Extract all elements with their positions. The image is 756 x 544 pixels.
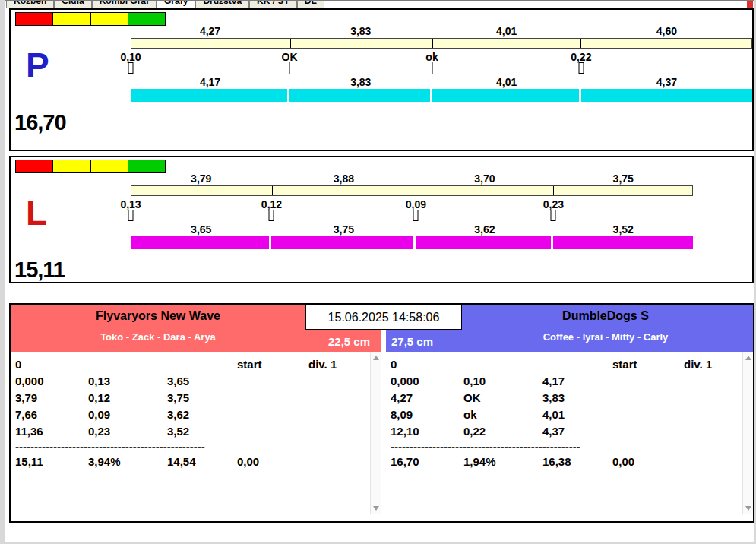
table-cell: 14,54 <box>167 454 237 470</box>
table-data-row: 12,100,224,37 <box>386 423 742 440</box>
table-cell: 0,09 <box>88 406 167 423</box>
change-marker-line <box>432 62 432 74</box>
table-cell: 0,10 <box>463 373 542 390</box>
clean-time-bar <box>289 89 429 102</box>
table-cell <box>308 406 370 423</box>
scrollbar[interactable] <box>742 352 753 514</box>
table-body: 0startdiv. 10,0000,104,174,27OK3,838,09o… <box>386 352 742 514</box>
tab-rozbeh[interactable]: Rozbeh <box>6 1 54 8</box>
table-separator: ----------------------------------------… <box>386 440 610 454</box>
clean-time-bar <box>131 236 269 249</box>
scroll-down-icon[interactable] <box>745 506 751 511</box>
table-cell: start <box>612 356 684 373</box>
table-cell: 7,66 <box>15 406 88 423</box>
change-marker-box <box>413 210 419 221</box>
change-markers-row <box>131 62 752 74</box>
split-bar-segment <box>272 186 416 195</box>
clean-time-bar <box>581 89 752 102</box>
table-cell: 3,62 <box>167 406 237 423</box>
change-time-label: 0,22 <box>571 51 591 63</box>
clean-times-row: 4,173,834,014,37 <box>131 76 752 88</box>
clean-time-bar <box>432 89 579 102</box>
table-cell: ok <box>463 406 542 423</box>
scroll-down-icon[interactable] <box>373 506 379 511</box>
change-time-label: 0,12 <box>261 198 282 210</box>
table-cell: 0,000 <box>15 373 88 390</box>
table-cell: 15,11 <box>15 454 88 470</box>
table-data-row: 0,0000,104,17 <box>386 373 742 390</box>
change-marker-box <box>551 210 556 221</box>
teams-header: Flyvaryors New Wave Toko - Zack - Dara -… <box>11 305 753 352</box>
team-members: Toko - Zack - Dara - Arya <box>11 331 305 343</box>
split-time-label: 3,83 <box>350 25 371 37</box>
table-cell <box>612 423 684 440</box>
scroll-up-icon[interactable] <box>373 356 379 360</box>
clean-bars-row <box>131 236 693 249</box>
table-cell <box>463 356 542 373</box>
change-marker-box <box>578 62 584 74</box>
table-header-row: 0startdiv. 1 <box>11 356 370 373</box>
team-results-table-right: 0startdiv. 10,0000,104,174,27OK3,838,09o… <box>386 352 753 514</box>
split-time-label: 4,01 <box>496 25 517 37</box>
table-cell: OK <box>463 390 542 406</box>
tab-dl[interactable]: DL <box>297 1 324 8</box>
status-strip-cell <box>91 13 128 25</box>
table-cell: div. 1 <box>308 356 370 373</box>
table-cell: 0,23 <box>88 423 167 440</box>
split-time-label: 3,88 <box>334 172 354 185</box>
table-data-row: 11,360,233,52 <box>11 423 370 440</box>
split-bar-segment <box>290 39 432 48</box>
split-bar-segment <box>432 39 581 48</box>
table-cell <box>167 356 237 373</box>
split-time-label: 3,70 <box>474 172 495 185</box>
change-time-label: 0,09 <box>406 198 426 210</box>
table-cell: 4,37 <box>542 423 612 440</box>
status-strip-cell <box>91 160 128 172</box>
window-button-fragment[interactable] <box>745 1 753 8</box>
table-body: 0startdiv. 10,0000,133,653,790,123,757,6… <box>11 352 370 514</box>
table-cell: 0 <box>391 356 463 373</box>
tab-cidla[interactable]: Cidla <box>54 1 91 8</box>
split-bar-segment <box>416 186 553 195</box>
clean-time-bar <box>131 89 287 102</box>
split-time-label: 4,27 <box>200 25 220 37</box>
table-totals-row: 15,113,94%14,540,00 <box>11 454 370 470</box>
change-times-row: 0,130,120,090,23 <box>131 198 693 210</box>
split-times-row: 4,273,834,014,60 <box>131 25 752 37</box>
table-cell <box>684 423 742 440</box>
tab-dru-stv-[interactable]: Družstvá <box>195 1 249 8</box>
table-cell: 3,94% <box>88 454 167 470</box>
change-time-label: OK <box>282 51 298 63</box>
table-cell: 0 <box>15 356 88 373</box>
scrollbar[interactable] <box>370 352 381 514</box>
table-cell <box>308 390 370 406</box>
table-cell: 4,27 <box>391 390 463 406</box>
change-markers-row <box>131 210 693 222</box>
split-bar <box>131 38 752 49</box>
change-marker-line <box>289 62 290 74</box>
status-strip-cell <box>16 160 53 172</box>
tab-kombi-graf[interactable]: Kombi Graf <box>92 1 157 8</box>
table-cell <box>684 373 742 390</box>
timestamp: 15.06.2025 14:58:06 <box>305 305 462 330</box>
split-bar-segment <box>131 186 272 195</box>
split-bar-segment <box>131 39 290 48</box>
scroll-up-icon[interactable] <box>745 356 751 360</box>
table-cell: div. 1 <box>684 356 742 373</box>
tab-kk-st[interactable]: KK / ST <box>249 1 297 8</box>
table-cell: 0,00 <box>237 454 308 470</box>
results-footer: Flyvaryors New Wave Toko - Zack - Dara -… <box>9 303 754 523</box>
clean-time-label: 3,83 <box>350 76 371 88</box>
table-cell: 3,83 <box>542 390 612 406</box>
tab-bar: RozbehCidlaKombi GrafGrafyDružstváKK / S… <box>6 1 754 8</box>
lane-label-l: L <box>26 194 47 232</box>
lane-panel-p: 4,273,834,014,60 0,10OKok0,22 4,173,834,… <box>9 8 754 151</box>
change-marker-box <box>128 210 134 221</box>
table-cell <box>88 356 167 373</box>
tab-grafy[interactable]: Grafy <box>157 1 195 8</box>
team-results-table-left: 0startdiv. 10,0000,133,653,790,123,757,6… <box>11 352 381 514</box>
table-cell <box>684 406 742 423</box>
change-time-label: 0,13 <box>120 198 141 210</box>
status-strip-cell <box>53 13 90 25</box>
table-data-row: 0,0000,133,65 <box>11 373 370 390</box>
